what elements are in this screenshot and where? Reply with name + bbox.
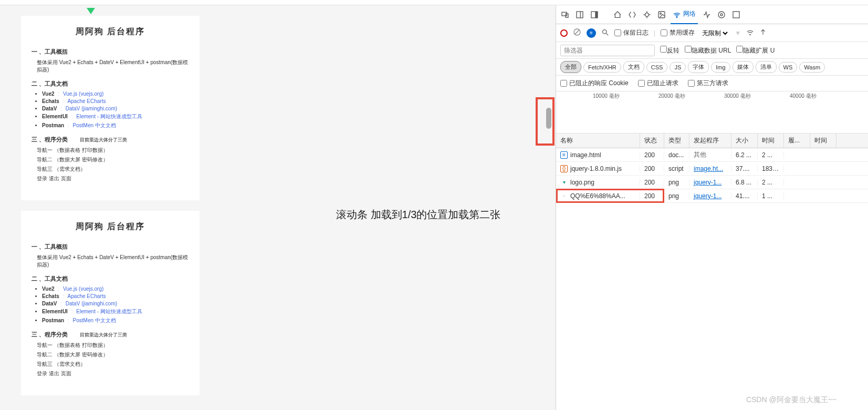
device-icon[interactable] [559,9,571,20]
hide-ext-checkbox[interactable]: 隐藏扩展 U [736,46,775,55]
col-time[interactable]: 时间 [758,134,784,148]
svg-rect-16 [733,12,739,18]
search-icon[interactable] [601,28,609,38]
script-icon: {} [560,165,568,172]
scroll-highlight-box [536,97,555,146]
tool-list: Vue2 : Vue.js (vuejs.org) Echats : Apach… [42,91,189,129]
type-filter-row: 全部 Fetch/XHR 文档 CSS JS 字体 Img 媒体 清单 WS W… [556,59,868,76]
col-type[interactable]: 类型 [664,134,689,148]
svg-point-12 [660,13,662,14]
col-initiator[interactable]: 发起程序 [689,134,731,148]
tool-link[interactable]: DataV (jiaminghi.com) [66,301,117,306]
type-wasm[interactable]: Wasm [799,62,825,73]
devtools-tabs: 网络 [556,5,868,24]
application-icon[interactable] [730,9,742,20]
image-icon: ▫ [560,192,568,200]
doc-section-1-line: 整体采用 Vue2 + Echats + DateV + ElementUI +… [37,59,189,74]
wifi-icon[interactable] [746,28,754,38]
disable-cache-checkbox[interactable]: 禁用缓存 [661,28,695,37]
network-toolbar: ≡ 保留日志 | 禁用缓存 无限制 ▼ [556,24,868,42]
dock-side-icon[interactable] [589,9,600,20]
type-fetch[interactable]: Fetch/XHR [583,62,621,73]
scrollbar-thumb[interactable] [546,108,551,129]
dock-icon[interactable] [574,9,585,20]
tool-link[interactable]: Apache ECharts [68,293,106,299]
elements-icon[interactable] [626,9,638,20]
tool-link[interactable]: Apache ECharts [68,98,106,104]
preserve-log-checkbox[interactable]: 保留日志 [614,28,649,37]
request-table: ≡image.html 200 doc... 其他 6.2 ... 2 ... … [556,148,868,203]
table-header: 名称 状态 类型 发起程序 大小 时间 履... 时间 [556,134,868,148]
filter-input[interactable] [560,45,655,56]
home-icon[interactable] [612,9,623,20]
debug-icon[interactable] [641,9,653,20]
doc-section-3: 三 、程序分类 目前里边大体分了三类 [32,136,189,144]
col-timeline[interactable]: 时间 [810,134,836,148]
table-row[interactable]: ▫QQ%E6%88%AA... 200 png jquery-1... 41..… [556,189,868,203]
sources-icon[interactable] [656,9,667,20]
throttle-select[interactable]: 无限制 [700,29,729,37]
table-row[interactable]: ≡image.html 200 doc... 其他 6.2 ... 2 ... [556,148,868,162]
image-icon: ▾ [560,179,568,186]
initiator-link[interactable]: image.ht... [689,165,731,172]
svg-point-14 [720,14,723,16]
timeline-overview[interactable]: 10000 毫秒 20000 毫秒 30000 毫秒 40000 毫秒 [556,91,868,134]
third-party-checkbox[interactable]: 第三方请求 [688,79,728,88]
network-tab[interactable]: 网络 [671,5,698,24]
filter-row: 反转 隐藏数据 URL 隐藏扩展 U [556,42,868,59]
col-size[interactable]: 大小 [731,134,758,148]
col-status[interactable]: 状态 [640,134,664,148]
svg-point-15 [718,12,725,18]
svg-line-18 [575,30,579,34]
devtools-panel: 网络 ≡ 保留日志 | 禁用缓存 无限制 ▼ 反转 隐藏数据 URL 隐藏扩展 … [556,5,868,410]
svg-point-19 [603,29,607,34]
table-row[interactable]: ▾logo.png 200 png jquery-1... 6.8 ... 2 … [556,176,868,189]
memory-icon[interactable] [716,9,727,20]
doc-section-1: 一 、工具概括 [32,48,189,56]
type-all[interactable]: 全部 [560,61,581,73]
type-manifest[interactable]: 清单 [756,61,777,73]
tool-link[interactable]: Element - 网站快速成型工具 [76,114,142,119]
tool-link[interactable]: PostMen 中文文档 [73,317,116,323]
page-viewport: 周阿狗 后台程序 一 、工具概括 整体采用 Vue2 + Echats + Da… [0,5,556,410]
tool-link[interactable]: PostMen 中文文档 [73,122,116,128]
svg-point-13 [676,17,677,17]
initiator-link[interactable]: jquery-1... [689,192,731,200]
type-img[interactable]: Img [711,62,730,73]
tool-link[interactable]: DataV (jiaminghi.com) [66,106,117,111]
blocked-cookie-checkbox[interactable]: 已阻止的响应 Cookie [560,79,629,88]
svg-rect-2 [577,12,583,18]
invert-checkbox[interactable]: 反转 [660,46,679,55]
browser-toolbar [0,0,868,5]
svg-rect-5 [595,12,598,18]
triangle-marker [87,8,95,14]
extra-filters: 已阻止的响应 Cookie 已阻止请求 第三方请求 [556,76,868,91]
type-js[interactable]: JS [670,62,686,73]
upload-icon[interactable] [759,28,767,37]
svg-point-6 [645,13,649,16]
hide-data-url-checkbox[interactable]: 隐藏数据 URL [685,46,731,55]
type-doc[interactable]: 文档 [623,61,644,73]
doc-title: 周阿狗 后台程序 [32,26,189,37]
type-css[interactable]: CSS [646,62,668,73]
type-ws[interactable]: WS [779,62,798,73]
tool-link[interactable]: Vue.js (vuejs.org) [63,91,103,97]
annotation-text: 滚动条 加载到1/3的位置加载第二张 [336,208,500,222]
blocked-request-checkbox[interactable]: 已阻止请求 [638,79,678,88]
document-icon: ≡ [560,151,568,159]
svg-rect-11 [658,12,665,18]
tool-link[interactable]: Vue.js (vuejs.org) [63,286,103,292]
initiator-link[interactable]: jquery-1... [689,179,731,186]
svg-point-21 [750,34,750,35]
col-name[interactable]: 名称 [556,134,640,148]
document-page: 周阿狗 后台程序 一 、工具概括 整体采用 Vue2 + Echats + Da… [21,16,200,200]
tool-link[interactable]: Element - 网站快速成型工具 [76,309,142,314]
col-waterfall[interactable]: 履... [784,134,810,148]
type-font[interactable]: 字体 [688,61,709,73]
type-media[interactable]: 媒体 [733,61,754,73]
filter-toggle-icon[interactable]: ≡ [587,28,596,38]
table-row[interactable]: {}jquery-1.8.0.min.js 200 script image.h… [556,162,868,176]
clear-button[interactable] [573,28,581,38]
performance-icon[interactable] [701,9,713,20]
record-button[interactable] [560,29,568,37]
